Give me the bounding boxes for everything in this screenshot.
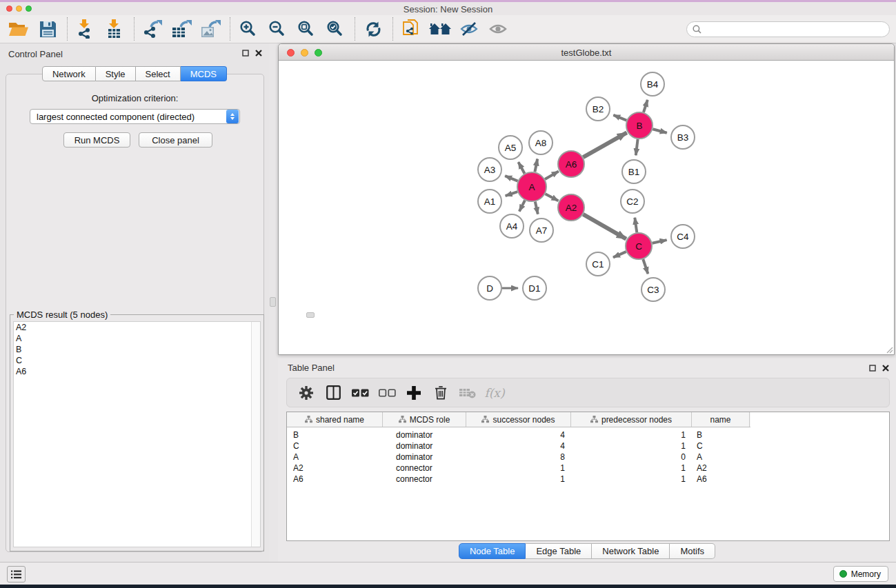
edge-A2-C[interactable]: [583, 214, 626, 239]
column-header-MCDS-role[interactable]: MCDS role: [383, 412, 466, 427]
edge-A-A2[interactable]: [546, 194, 559, 201]
table-cell[interactable]: 1: [571, 463, 692, 473]
list-item[interactable]: A2: [14, 322, 260, 333]
float-panel-icon[interactable]: [242, 50, 249, 57]
edge-B-B3[interactable]: [653, 129, 667, 133]
node-C4[interactable]: C4: [671, 225, 695, 248]
list-item[interactable]: B: [14, 344, 260, 355]
table-cell[interactable]: 0: [571, 452, 692, 462]
trash-icon[interactable]: [432, 384, 450, 402]
table-cell[interactable]: B: [287, 430, 383, 440]
tab-network[interactable]: Network: [42, 66, 96, 81]
edge-B-B2[interactable]: [613, 115, 626, 121]
home-networks-icon[interactable]: [428, 18, 452, 40]
task-history-button[interactable]: [7, 566, 26, 582]
network-canvas[interactable]: AA6A2BCA5A8A3A1A4A7B2B4B3B1C2C4C1C3DD1: [279, 61, 894, 354]
hide-unselected-eye-icon[interactable]: [457, 18, 481, 40]
node-B[interactable]: B: [626, 112, 653, 139]
tab-style[interactable]: Style: [96, 66, 136, 81]
column-header-shared-name[interactable]: shared name: [287, 412, 383, 427]
deselect-all-checkboxes-icon[interactable]: [378, 384, 396, 402]
table-cell[interactable]: 1: [571, 441, 692, 451]
column-header-successor-nodes[interactable]: successor nodes: [466, 412, 571, 427]
float-panel-icon[interactable]: [869, 365, 876, 372]
edge-C-C2[interactable]: [635, 218, 637, 232]
edge-A6-B[interactable]: [583, 132, 626, 157]
tab-mcds[interactable]: MCDS: [181, 66, 227, 81]
node-A6[interactable]: A6: [558, 151, 584, 177]
node-B4[interactable]: B4: [641, 72, 664, 96]
tab-motifs[interactable]: Motifs: [670, 543, 715, 559]
open-folder-icon[interactable]: [7, 18, 30, 40]
node-C3[interactable]: C3: [641, 278, 665, 301]
show-eye-icon[interactable]: [486, 18, 510, 40]
node-B3[interactable]: B3: [671, 125, 695, 149]
tab-select[interactable]: Select: [136, 66, 181, 81]
table-cell[interactable]: 8: [466, 452, 571, 462]
close-panel-icon[interactable]: [255, 50, 262, 57]
tab-network-table[interactable]: Network Table: [592, 543, 670, 559]
resize-grip-icon[interactable]: [885, 345, 893, 354]
list-item[interactable]: A6: [14, 366, 260, 377]
node-D[interactable]: D: [478, 276, 501, 300]
table-cell[interactable]: dominator: [383, 441, 466, 451]
panel-splitter[interactable]: [269, 43, 278, 562]
save-icon[interactable]: [36, 18, 59, 40]
zoom-selected-icon[interactable]: [323, 18, 347, 40]
horizontal-splitter-grip[interactable]: [306, 312, 315, 318]
zoom-fit-icon[interactable]: [295, 18, 318, 40]
table-cell[interactable]: A2: [287, 463, 383, 473]
edge-A-A7[interactable]: [535, 202, 538, 214]
import-network-icon[interactable]: [74, 18, 97, 40]
close-panel-icon[interactable]: [882, 365, 889, 372]
table-cell[interactable]: C: [692, 441, 750, 451]
list-item[interactable]: A: [14, 333, 260, 344]
node-A3[interactable]: A3: [478, 158, 501, 181]
node-A[interactable]: A: [517, 172, 546, 201]
table-cell[interactable]: A: [287, 452, 383, 462]
table-cell[interactable]: dominator: [383, 430, 466, 440]
refresh-icon[interactable]: [361, 18, 385, 40]
edge-A-A8[interactable]: [535, 159, 537, 172]
close-panel-button[interactable]: Close panel: [139, 132, 212, 148]
node-C1[interactable]: C1: [586, 252, 610, 276]
zoom-in-icon[interactable]: [237, 18, 260, 40]
table-cell[interactable]: C: [287, 441, 383, 451]
node-C2[interactable]: C2: [621, 190, 644, 213]
table-cell[interactable]: 4: [466, 441, 571, 451]
edge-A-A4[interactable]: [519, 201, 525, 212]
tab-edge-table[interactable]: Edge Table: [526, 543, 592, 559]
splitter-grip-icon[interactable]: [270, 297, 276, 307]
column-header-predecessor-nodes[interactable]: predecessor nodes: [571, 412, 692, 427]
table-cell[interactable]: A2: [692, 463, 750, 473]
table-cell[interactable]: 1: [466, 474, 571, 484]
tab-node-table[interactable]: Node Table: [459, 543, 526, 559]
edge-B-B1[interactable]: [636, 139, 638, 155]
table-cell[interactable]: A6: [287, 474, 383, 484]
table-cell[interactable]: connector: [383, 474, 466, 484]
table-cell[interactable]: B: [692, 430, 750, 440]
node-D1[interactable]: D1: [523, 276, 546, 300]
node-C[interactable]: C: [626, 233, 652, 259]
table-cell[interactable]: 1: [571, 474, 692, 484]
network-window-titlebar[interactable]: testGlobe.txt: [279, 44, 894, 61]
column-header-name[interactable]: name: [692, 412, 750, 427]
table-cell[interactable]: 1: [466, 463, 571, 473]
columns-icon[interactable]: [324, 384, 342, 402]
export-image-icon[interactable]: [199, 18, 222, 40]
table-cell[interactable]: A: [692, 452, 750, 462]
table-cell[interactable]: A6: [692, 474, 750, 484]
table-cell[interactable]: 1: [571, 430, 692, 440]
result-scrollbar[interactable]: [251, 322, 260, 547]
edge-C-C3[interactable]: [643, 259, 648, 274]
node-A7[interactable]: A7: [530, 219, 553, 242]
criterion-dropdown[interactable]: largest connected component (directed): [30, 109, 240, 124]
node-B1[interactable]: B1: [622, 160, 646, 183]
edge-A-A3[interactable]: [505, 176, 517, 181]
table-cell[interactable]: dominator: [383, 452, 466, 462]
search-field[interactable]: [686, 21, 890, 37]
function-builder-icon-disabled[interactable]: f(x): [486, 384, 504, 402]
edge-C-C4[interactable]: [653, 240, 667, 243]
table-cell[interactable]: 4: [466, 430, 571, 440]
memory-button[interactable]: Memory: [833, 566, 888, 582]
